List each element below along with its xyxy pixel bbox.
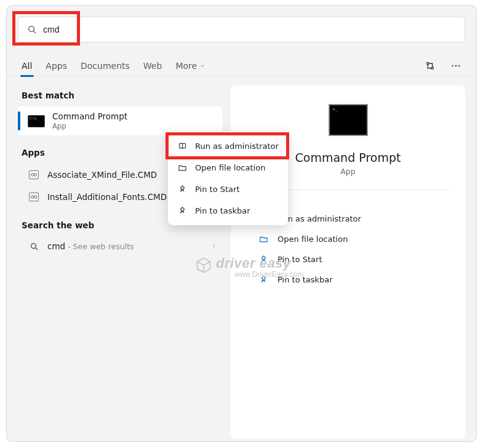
result-app-label: Associate_XMind_File.CMD [47,170,157,180]
tab-documents[interactable]: Documents [81,55,130,76]
action-label: Open file location [277,234,348,244]
result-app-label: Install_Additional_Fonts.CMD [47,192,167,202]
shield-icon [177,142,188,151]
ctx-label: Open file location [195,163,265,172]
gear-file-icon [28,191,40,203]
tabs-row: All Apps Documents Web More [7,55,476,77]
action-label: Run as administrator [277,214,361,223]
cmd-app-icon [28,115,45,127]
svg-point-5 [455,65,457,66]
tab-more-label: More [175,61,197,71]
search-icon [28,242,40,251]
svg-point-6 [458,65,460,66]
annotation-highlight [12,11,80,46]
tab-web[interactable]: Web [143,55,162,76]
ctx-label: Pin to taskbar [195,206,250,215]
recent-apps-icon[interactable] [422,58,438,74]
result-sub: App [52,122,127,130]
result-title: Command Prompt [52,111,127,121]
tab-all[interactable]: All [22,55,32,76]
search-bar[interactable] [18,17,465,42]
ctx-pin-taskbar[interactable]: Pin to taskbar [172,200,284,222]
action-label: Pin to Start [277,255,322,264]
folder-icon [258,234,269,244]
more-options-icon[interactable] [448,58,464,74]
pin-icon [177,206,188,215]
result-command-prompt[interactable]: Command Prompt App [18,106,222,135]
ctx-pin-start[interactable]: Pin to Start [172,178,284,200]
context-menu: Run as administrator Open file location … [168,132,288,225]
action-pin-start[interactable]: Pin to Start [258,249,449,270]
ctx-run-admin[interactable]: Run as administrator [172,135,284,157]
chevron-right-icon [211,241,217,251]
action-open-location[interactable]: Open file location [258,229,449,249]
action-label: Pin to taskbar [277,275,333,284]
ctx-label: Pin to Start [195,185,239,194]
search-input[interactable] [43,25,456,34]
ctx-open-location[interactable]: Open file location [172,157,284,178]
chevron-down-icon [199,63,206,69]
pin-icon [177,185,188,194]
action-pin-taskbar[interactable]: Pin to taskbar [258,270,449,290]
pin-icon [258,255,269,264]
search-window: All Apps Documents Web More Best match C… [6,5,477,442]
svg-point-4 [452,65,453,66]
web-query-text: cmd - See web results [47,241,134,251]
svg-point-2 [427,62,429,64]
svg-line-14 [35,247,37,249]
cmd-large-icon [329,104,368,136]
section-best-match: Best match [18,86,222,106]
result-web-item[interactable]: cmd - See web results [18,236,222,256]
svg-point-3 [431,67,433,69]
gear-file-icon [28,169,40,181]
tab-more[interactable]: More [175,55,206,76]
svg-point-13 [31,243,36,248]
tab-apps[interactable]: Apps [46,55,67,76]
pin-icon [258,275,269,284]
ctx-label: Run as administrator [195,142,279,151]
folder-icon [177,163,188,172]
